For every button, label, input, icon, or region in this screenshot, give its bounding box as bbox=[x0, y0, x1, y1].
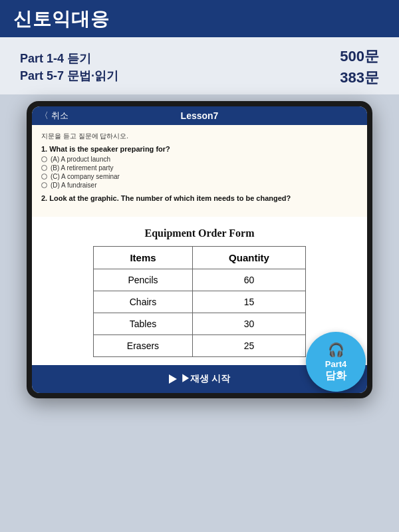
radio-b[interactable] bbox=[41, 165, 47, 171]
tablet: 〈 취소 Lesson7 지문을 듣고 질문에 답하시오. 1. What is… bbox=[27, 101, 372, 398]
option-c-label: (C) A company seminar bbox=[51, 173, 120, 180]
col-quantity: Quantity bbox=[192, 247, 305, 269]
play-label: ▶재생 시작 bbox=[181, 373, 230, 385]
count2: 383문 bbox=[340, 68, 379, 88]
top-banner: 신토익대응 bbox=[0, 0, 399, 37]
table-row: Pencils60 bbox=[94, 269, 306, 291]
option-b[interactable]: (B) A retirement party bbox=[41, 164, 358, 172]
equipment-table: Items Quantity Pencils60Chairs15Tables30… bbox=[93, 246, 306, 357]
info-section: Part 1-4 듣기 Part 5-7 문법·읽기 500문 383문 bbox=[0, 37, 399, 94]
part4-sublabel: 담화 bbox=[325, 369, 346, 382]
table-cell: Chairs bbox=[94, 291, 193, 313]
tablet-content: 지문을 듣고 질문에 답하시오. 1. What is the speaker … bbox=[32, 125, 367, 217]
part4-badge[interactable]: 🎧 Part4 담화 bbox=[306, 332, 366, 392]
col-items: Items bbox=[94, 247, 193, 269]
instruction-text: 지문을 듣고 질문에 답하시오. bbox=[41, 132, 358, 141]
tablet-wrapper: 〈 취소 Lesson7 지문을 듣고 질문에 답하시오. 1. What is… bbox=[0, 94, 399, 398]
option-d-label: (D) A fundraiser bbox=[51, 182, 96, 189]
table-cell: 15 bbox=[192, 291, 305, 313]
info-line1: Part 1-4 듣기 bbox=[20, 51, 118, 66]
table-row: Chairs15 bbox=[94, 291, 306, 313]
info-right: 500문 383문 bbox=[340, 47, 379, 88]
info-line2: Part 5-7 문법·읽기 bbox=[20, 68, 118, 84]
table-cell: Tables bbox=[94, 313, 193, 335]
part4-label: Part4 bbox=[325, 359, 347, 370]
option-a-label: (A) A product launch bbox=[51, 156, 110, 163]
table-title: Equipment Order Form bbox=[32, 227, 367, 239]
banner-title: 신토익대응 bbox=[13, 7, 110, 32]
question1: 1. What is the speaker preparing for? bbox=[41, 145, 358, 153]
tablet-header: 〈 취소 Lesson7 bbox=[32, 106, 367, 125]
option-a[interactable]: (A) A product launch bbox=[41, 156, 358, 163]
play-icon bbox=[169, 374, 177, 384]
table-cell: 30 bbox=[192, 313, 305, 335]
question2: 2. Look at the graphic. The number of wh… bbox=[41, 194, 358, 202]
radio-a[interactable] bbox=[41, 156, 47, 162]
table-cell: 25 bbox=[192, 335, 305, 357]
table-cell: Erasers bbox=[94, 335, 193, 357]
option-c[interactable]: (C) A company seminar bbox=[41, 173, 358, 180]
headphone-icon: 🎧 bbox=[328, 342, 344, 358]
option-d[interactable]: (D) A fundraiser bbox=[41, 182, 358, 189]
back-button[interactable]: 〈 취소 bbox=[40, 110, 68, 122]
info-left: Part 1-4 듣기 Part 5-7 문법·읽기 bbox=[20, 51, 118, 84]
radio-d[interactable] bbox=[41, 182, 47, 188]
table-cell: 60 bbox=[192, 269, 305, 291]
radio-c[interactable] bbox=[41, 174, 47, 180]
option-b-label: (B) A retirement party bbox=[51, 164, 113, 172]
lesson-title: Lesson7 bbox=[181, 110, 219, 121]
count1: 500문 bbox=[340, 47, 379, 66]
table-cell: Pencils bbox=[94, 269, 193, 291]
table-row: Erasers25 bbox=[94, 335, 306, 357]
table-row: Tables30 bbox=[94, 313, 306, 335]
